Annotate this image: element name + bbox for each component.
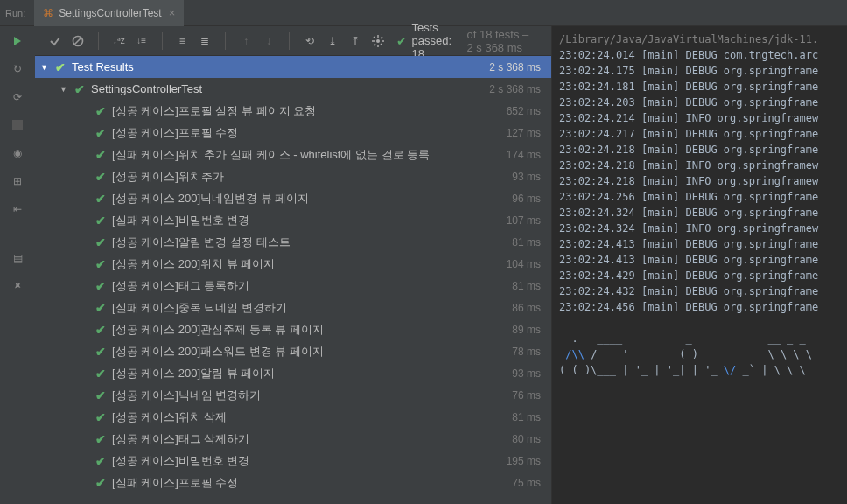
tests-total-label: of 18 tests – 2 s 368 ms bbox=[466, 28, 537, 54]
test-item[interactable]: ✔[성공 케이스 200]닉네임변경 뷰 페이지96 ms bbox=[35, 187, 551, 209]
expand-all-button[interactable]: ≡ bbox=[172, 32, 192, 51]
test-item-time: 80 ms bbox=[512, 433, 541, 445]
svg-point-3 bbox=[376, 39, 380, 43]
export-button[interactable]: ⤒ bbox=[346, 32, 365, 51]
check-icon: ✔ bbox=[94, 432, 107, 446]
exit-icon[interactable]: ⇤ bbox=[10, 201, 25, 217]
svg-line-11 bbox=[381, 37, 382, 38]
tests-passed-label: Tests passed: 18 bbox=[412, 21, 462, 60]
test-item[interactable]: ✔[실패 케이스]프로필 수정75 ms bbox=[35, 472, 551, 494]
check-icon: ✔ bbox=[94, 410, 107, 424]
close-icon[interactable]: × bbox=[169, 6, 176, 19]
sort-alpha-button[interactable]: ↓ᵃz bbox=[109, 32, 129, 51]
test-item[interactable]: ✔[성공 케이스 200]위치 뷰 페이지104 ms bbox=[35, 253, 551, 275]
test-root-label: Test Results bbox=[72, 60, 134, 74]
test-item-label: [성공 케이스]프로필 설정 뷰 페이지 요청 bbox=[112, 103, 316, 119]
test-toolbar: ↓ᵃz ↓≡ ≡ ≣ ↑ ↓ ⟲ ⤓ ⤒ bbox=[35, 26, 551, 56]
bug-icon[interactable]: ⊞ bbox=[10, 173, 25, 189]
test-item-time: 652 ms bbox=[507, 105, 541, 117]
prev-test-button[interactable]: ↑ bbox=[236, 32, 256, 51]
test-item[interactable]: ✔[성공 케이스]닉네임 변경하기76 ms bbox=[35, 384, 551, 406]
layout-icon[interactable]: ▤ bbox=[10, 250, 25, 266]
test-item-label: [성공 케이스 200]위치 뷰 페이지 bbox=[112, 256, 275, 272]
test-tree[interactable]: ▼✔Test Results2 s 368 ms▼✔SettingsContro… bbox=[35, 56, 551, 504]
collapse-all-button[interactable]: ≣ bbox=[195, 32, 214, 51]
test-item-time: 174 ms bbox=[507, 149, 541, 161]
test-item[interactable]: ✔[성공 케이스]태그 등록하기81 ms bbox=[35, 275, 551, 297]
check-icon: ✔ bbox=[94, 148, 107, 162]
test-item-time: 78 ms bbox=[512, 346, 541, 358]
test-item[interactable]: ✔[실패 케이스]위치 추가 실패 케이스 - whitelist에 없는 걸로… bbox=[35, 144, 551, 165]
test-item[interactable]: ✔[성공 케이스]위치 삭제81 ms bbox=[35, 406, 551, 428]
test-item-time: 104 ms bbox=[507, 258, 541, 270]
show-ignored-button[interactable] bbox=[68, 32, 88, 51]
test-root[interactable]: ▼✔Test Results2 s 368 ms bbox=[35, 56, 551, 78]
test-item-time: 96 ms bbox=[512, 192, 541, 205]
sort-duration-button[interactable]: ↓≡ bbox=[132, 32, 151, 51]
test-root-time: 2 s 368 ms bbox=[489, 61, 541, 74]
left-gutter: ↻ ⟳ ◉ ⊞ ⇤ ▤ bbox=[0, 26, 35, 504]
check-icon: ✔ bbox=[94, 126, 107, 140]
test-item-label: [성공 케이스 200]관심주제 등록 뷰 페이지 bbox=[112, 322, 324, 338]
settings-button[interactable] bbox=[368, 32, 388, 51]
check-icon: ✔ bbox=[94, 301, 107, 315]
pin-icon[interactable] bbox=[10, 278, 25, 294]
history-button[interactable]: ⟲ bbox=[300, 32, 319, 51]
run-config-icon: ⌘ bbox=[43, 7, 53, 19]
check-icon: ✔ bbox=[94, 257, 107, 271]
test-suite-label: SettingsControllerTest bbox=[91, 82, 202, 95]
test-item[interactable]: ✔[성공 케이스 200]알림 뷰 페이지93 ms bbox=[35, 362, 551, 384]
test-item-label: [성공 케이스 200]알림 뷰 페이지 bbox=[112, 366, 275, 382]
svg-line-8 bbox=[374, 37, 375, 38]
check-icon: ✔ bbox=[94, 235, 107, 249]
test-item-time: 76 ms bbox=[512, 389, 541, 402]
check-icon: ✔ bbox=[94, 388, 107, 402]
test-item-label: [성공 케이스]프로필 수정 bbox=[112, 125, 238, 141]
test-item-label: [실패 케이스]프로필 수정 bbox=[112, 475, 238, 491]
test-item[interactable]: ✔[성공 케이스]태그 삭제하기80 ms bbox=[35, 428, 551, 450]
test-item[interactable]: ✔[성공 케이스]알림 변경 설정 테스트81 ms bbox=[35, 231, 551, 253]
toggle-auto-button[interactable]: ⟳ bbox=[10, 89, 25, 105]
show-passed-button[interactable] bbox=[46, 32, 65, 51]
test-item[interactable]: ✔[성공 케이스]프로필 설정 뷰 페이지 요청652 ms bbox=[35, 100, 551, 122]
test-item-time: 89 ms bbox=[512, 324, 541, 336]
check-icon: ✔ bbox=[94, 367, 107, 381]
test-item[interactable]: ✔[성공 케이스 200]패스워드 변경 뷰 페이지78 ms bbox=[35, 340, 551, 362]
test-item-label: [성공 케이스]위치추가 bbox=[112, 169, 224, 185]
tab-name: SettingsControllerTest bbox=[59, 7, 161, 19]
test-item-time: 81 ms bbox=[512, 280, 541, 292]
test-item[interactable]: ✔[성공 케이스]비밀번호 변경195 ms bbox=[35, 450, 551, 472]
test-item[interactable]: ✔[성공 케이스 200]관심주제 등록 뷰 페이지89 ms bbox=[35, 318, 551, 340]
test-item[interactable]: ✔[성공 케이스]위치추가93 ms bbox=[35, 165, 551, 187]
test-item-time: 107 ms bbox=[507, 214, 541, 227]
check-icon: ✔ bbox=[94, 170, 107, 184]
rerun-failed-button[interactable]: ↻ bbox=[10, 61, 25, 77]
test-item-time: 81 ms bbox=[512, 236, 541, 248]
rerun-button[interactable] bbox=[10, 33, 25, 49]
check-icon: ✔ bbox=[396, 34, 407, 48]
test-item[interactable]: ✔[실패 케이스]중복 닉네임 변경하기86 ms bbox=[35, 297, 551, 318]
console-output[interactable]: /Library/Java/JavaVirtualMachines/jdk-11… bbox=[551, 26, 847, 504]
test-item-label: [성공 케이스]비밀번호 변경 bbox=[112, 453, 249, 469]
stop-button[interactable] bbox=[10, 117, 25, 133]
test-item-label: [성공 케이스]태그 등록하기 bbox=[112, 278, 249, 294]
check-icon: ✔ bbox=[94, 192, 107, 206]
test-item-label: [성공 케이스 200]닉네임변경 뷰 페이지 bbox=[112, 191, 309, 206]
svg-line-10 bbox=[374, 44, 375, 46]
check-icon: ✔ bbox=[94, 454, 107, 468]
test-item-time: 81 ms bbox=[512, 411, 541, 424]
camera-icon[interactable]: ◉ bbox=[10, 145, 25, 161]
test-item-time: 86 ms bbox=[512, 302, 541, 314]
next-test-button[interactable]: ↓ bbox=[259, 32, 278, 51]
tab-settings-controller-test[interactable]: ⌘ SettingsControllerTest × bbox=[34, 0, 184, 26]
test-item[interactable]: ✔[성공 케이스]프로필 수정127 ms bbox=[35, 122, 551, 144]
check-icon: ✔ bbox=[94, 476, 107, 490]
import-button[interactable]: ⤓ bbox=[323, 32, 342, 51]
status-bar: ✔ Tests passed: 18 of 18 tests – 2 s 368… bbox=[396, 21, 547, 60]
check-icon: ✔ bbox=[94, 345, 107, 359]
test-item[interactable]: ✔[실패 케이스]비밀번호 변경107 ms bbox=[35, 209, 551, 231]
check-icon: ✔ bbox=[54, 60, 66, 74]
test-suite[interactable]: ▼✔SettingsControllerTest2 s 368 ms bbox=[35, 78, 551, 100]
test-item-time: 75 ms bbox=[512, 477, 541, 489]
check-icon: ✔ bbox=[94, 104, 107, 118]
